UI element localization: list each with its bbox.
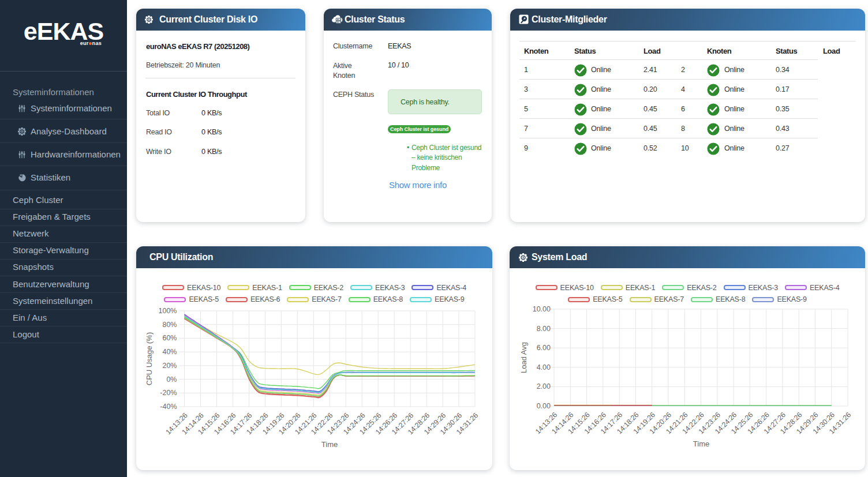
svg-text:-40%: -40% [160, 403, 177, 411]
svg-text:8.00: 8.00 [537, 325, 551, 333]
svg-text:0%: 0% [166, 375, 177, 384]
svg-text:-20%: -20% [160, 389, 177, 397]
svg-text:10.00: 10.00 [533, 305, 551, 313]
svg-text:20%: 20% [162, 362, 177, 370]
svg-text:4.00: 4.00 [537, 363, 551, 371]
svg-text:Time: Time [321, 440, 338, 449]
svg-text:40%: 40% [162, 348, 177, 356]
svg-text:6.00: 6.00 [537, 344, 551, 352]
svg-text:CPU Usage (%): CPU Usage (%) [145, 332, 154, 385]
svg-text:Time: Time [693, 440, 709, 448]
svg-text:2.00: 2.00 [537, 382, 551, 390]
svg-text:0.00: 0.00 [537, 402, 551, 410]
svg-text:80%: 80% [162, 321, 177, 329]
svg-text:60%: 60% [162, 334, 177, 342]
svg-text:Load Avg: Load Avg [519, 342, 528, 373]
svg-text:100%: 100% [159, 307, 177, 315]
